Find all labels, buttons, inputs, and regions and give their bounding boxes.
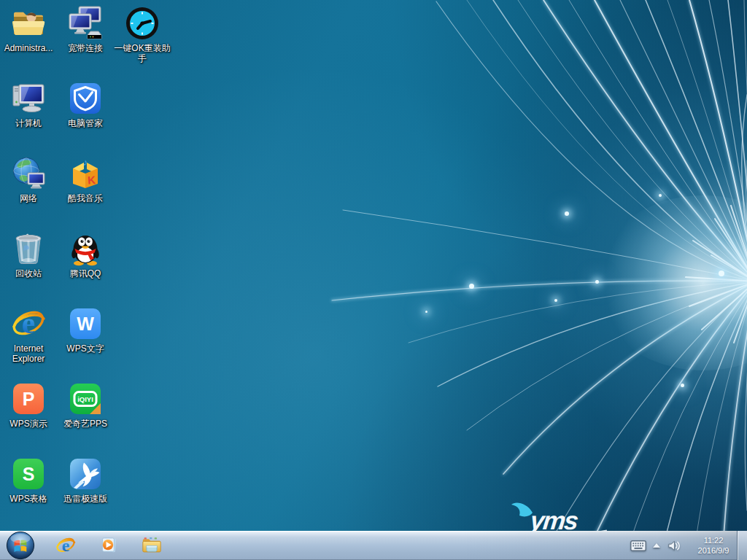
clock-time: 11:22 bbox=[690, 535, 737, 545]
desktop-icon-internet-explorer[interactable]: e Internet Explorer bbox=[0, 306, 57, 364]
logo-leaf-icon bbox=[511, 503, 533, 517]
icon-label: WPS表格 bbox=[0, 494, 57, 504]
taskbar-clock[interactable]: 11:22 2016/9/9 bbox=[690, 535, 737, 556]
kuwo-music-box-icon: K ♪ bbox=[68, 156, 103, 191]
user-folder-icon bbox=[11, 6, 46, 41]
sparkle bbox=[469, 284, 474, 289]
icon-label: 迅雷极速版 bbox=[57, 494, 114, 504]
system-tray: 11:22 2016/9/9 bbox=[630, 531, 737, 560]
computer-icon bbox=[11, 81, 46, 116]
sparkle bbox=[425, 311, 427, 313]
recycle-bin-icon bbox=[11, 231, 46, 266]
desktop-icon-qq[interactable]: 腾讯QQ bbox=[57, 231, 114, 279]
icon-label: 回收站 bbox=[0, 268, 57, 279]
qq-penguin-icon bbox=[68, 231, 103, 266]
clock-date: 2016/9/9 bbox=[690, 545, 737, 556]
xunlei-bird-icon bbox=[68, 456, 103, 491]
desktop-icon-wps-presentation[interactable]: P WPS演示 bbox=[0, 381, 57, 429]
icon-label: 一键OK重装助手 bbox=[114, 43, 171, 63]
iqiyi-logo-text: iQIYI bbox=[77, 395, 93, 403]
pc-manager-shield-icon bbox=[68, 81, 103, 116]
show-desktop-button[interactable] bbox=[737, 531, 747, 560]
sparkle bbox=[554, 299, 557, 302]
icon-label: WPS文字 bbox=[57, 343, 114, 354]
desktop-icon-administrator[interactable]: Administra... bbox=[0, 6, 57, 53]
taskbar-item-file-explorer[interactable] bbox=[131, 531, 172, 560]
icon-label: 网络 bbox=[0, 193, 57, 203]
network-globe-icon bbox=[11, 156, 46, 191]
desktop-icon-wps-spreadsheet[interactable]: S WPS表格 bbox=[0, 456, 57, 504]
internet-explorer-icon: e bbox=[11, 306, 46, 341]
taskbar-item-internet-explorer[interactable]: e bbox=[45, 531, 86, 560]
icon-label: Administra... bbox=[0, 43, 57, 53]
ok-reinstall-clock-icon bbox=[125, 6, 160, 41]
iqiyi-icon: iQIYI bbox=[68, 381, 103, 416]
icon-label: 计算机 bbox=[0, 118, 57, 128]
icon-label: Internet Explorer bbox=[0, 343, 57, 364]
icon-label: 酷我音乐 bbox=[57, 193, 114, 203]
desktop-icon-network[interactable]: 网络 bbox=[0, 156, 57, 203]
wps-spreadsheet-icon: S bbox=[11, 456, 46, 491]
desktop-icon-wps-writer[interactable]: W WPS文字 bbox=[57, 306, 114, 354]
desktop-icon-xunlei[interactable]: 迅雷极速版 bbox=[57, 456, 114, 504]
music-note-glyph: ♪ bbox=[83, 157, 88, 168]
icon-label: WPS演示 bbox=[0, 419, 57, 429]
wps-presentation-icon: P bbox=[11, 381, 46, 416]
icon-label: 宽带连接 bbox=[57, 43, 114, 53]
kuwo-letter: K bbox=[88, 174, 96, 187]
wps-writer-icon: W bbox=[68, 306, 103, 341]
svg-text:e: e bbox=[62, 536, 70, 555]
broadband-connection-icon bbox=[68, 6, 103, 41]
sparkle bbox=[659, 194, 662, 197]
windows-media-player-icon bbox=[98, 535, 118, 556]
ie-letter: e bbox=[22, 306, 35, 340]
desktop-icon-pc-manager[interactable]: 电脑管家 bbox=[57, 81, 114, 128]
sparkle bbox=[681, 384, 684, 387]
volume-icon[interactable] bbox=[667, 539, 681, 553]
keyboard-input-icon[interactable] bbox=[630, 540, 646, 551]
desktop-icon-broadband[interactable]: 宽带连接 bbox=[57, 6, 114, 53]
file-explorer-folder-icon bbox=[141, 534, 163, 556]
up-arrow-icon bbox=[653, 543, 660, 548]
start-button[interactable] bbox=[6, 531, 35, 560]
sparkle bbox=[595, 280, 599, 284]
taskbar-item-media-player[interactable] bbox=[88, 531, 128, 560]
icon-label: 爱奇艺PPS bbox=[57, 419, 114, 429]
sparkle bbox=[719, 271, 724, 276]
desktop-icon-recycle-bin[interactable]: 回收站 bbox=[0, 231, 57, 279]
taskbar: e bbox=[0, 531, 747, 560]
icon-label: 腾讯QQ bbox=[57, 268, 114, 279]
sparkle bbox=[565, 211, 569, 216]
desktop-icon-ok-reinstall[interactable]: 一键OK重装助手 bbox=[114, 6, 171, 63]
desktop-icon-iqiyi[interactable]: iQIYI 爱奇艺PPS bbox=[57, 381, 114, 429]
wps-spreadsheet-letter: S bbox=[23, 464, 35, 484]
wps-presentation-letter: P bbox=[23, 389, 35, 409]
windows-start-orb bbox=[6, 531, 35, 560]
hidden-icons-arrow[interactable] bbox=[653, 543, 660, 548]
wps-writer-letter: W bbox=[77, 314, 94, 334]
desktop-icon-kuwo-music[interactable]: K ♪ 酷我音乐 bbox=[57, 156, 114, 203]
desktop-icon-computer[interactable]: 计算机 bbox=[0, 81, 57, 128]
internet-explorer-icon: e bbox=[55, 535, 76, 556]
icon-label: 电脑管家 bbox=[57, 118, 114, 128]
